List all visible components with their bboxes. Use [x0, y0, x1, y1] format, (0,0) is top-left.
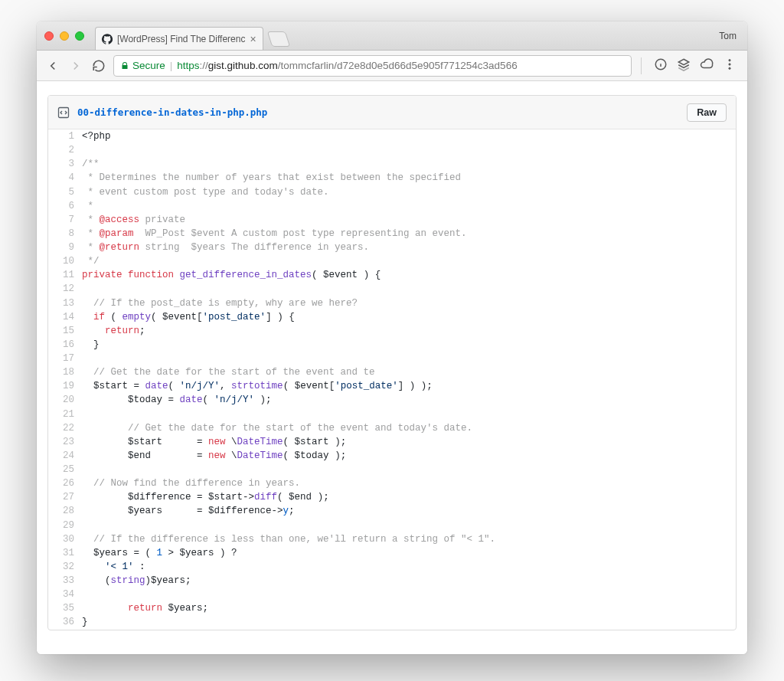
cloud-icon[interactable] — [700, 57, 714, 74]
line-number[interactable]: 13 — [48, 296, 82, 310]
line-number[interactable]: 28 — [48, 504, 82, 518]
line-content — [82, 519, 736, 532]
line-content: } — [82, 338, 736, 352]
line-number[interactable]: 30 — [48, 532, 82, 546]
line-number[interactable]: 34 — [48, 588, 82, 601]
code-line: 26 // Now find the difference in years. — [48, 476, 736, 490]
code-line: 2 — [48, 143, 736, 157]
gist-filename-link[interactable]: 00-difference-in-dates-in-php.php — [77, 106, 267, 118]
code-line: 29 — [48, 519, 736, 532]
line-number[interactable]: 14 — [48, 310, 82, 324]
line-content — [82, 588, 736, 601]
line-number[interactable]: 1 — [48, 129, 82, 143]
line-content: $end = new \DateTime( $today ); — [82, 449, 736, 463]
line-number[interactable]: 8 — [48, 227, 82, 241]
line-number[interactable]: 25 — [48, 463, 82, 476]
line-content: $start = new \DateTime( $start ); — [82, 435, 736, 449]
line-number[interactable]: 26 — [48, 476, 82, 490]
line-content: * @access private — [82, 213, 736, 227]
code-line: 6 * — [48, 199, 736, 213]
code-line: 23 $start = new \DateTime( $start ); — [48, 435, 736, 449]
line-number[interactable]: 7 — [48, 213, 82, 227]
code-line: 10 */ — [48, 254, 736, 268]
window-maximize-button[interactable] — [75, 31, 84, 41]
line-number[interactable]: 11 — [48, 268, 82, 282]
line-content: $years = $difference->y; — [82, 504, 736, 518]
info-icon[interactable] — [654, 57, 668, 74]
forward-button[interactable] — [67, 57, 84, 74]
line-number[interactable]: 12 — [48, 282, 82, 296]
code-line: 8 * @param WP_Post $event A custom post … — [48, 227, 736, 241]
gist-file-box: 00-difference-in-dates-in-php.php Raw 1<… — [47, 95, 737, 630]
line-content: $difference = $start->diff( $end ); — [82, 490, 736, 504]
browser-window: [WordPress] Find The Differenc × Tom Sec… — [37, 21, 747, 654]
line-number[interactable]: 15 — [48, 324, 82, 338]
lock-icon — [120, 61, 129, 70]
line-number[interactable]: 10 — [48, 254, 82, 268]
code-line: 20 $today = date( 'n/j/Y' ); — [48, 393, 736, 407]
line-number[interactable]: 31 — [48, 546, 82, 560]
line-content — [82, 143, 736, 157]
window-controls — [44, 31, 84, 41]
line-number[interactable]: 21 — [48, 408, 82, 421]
line-number[interactable]: 16 — [48, 338, 82, 352]
line-number[interactable]: 22 — [48, 421, 82, 435]
reload-button[interactable] — [90, 57, 107, 74]
line-number[interactable]: 17 — [48, 352, 82, 365]
line-number[interactable]: 5 — [48, 185, 82, 199]
line-number[interactable]: 3 — [48, 157, 82, 171]
line-number[interactable]: 9 — [48, 241, 82, 254]
code-file-icon — [57, 106, 70, 119]
line-content: <?php — [82, 129, 736, 143]
line-number[interactable]: 2 — [48, 143, 82, 157]
back-button[interactable] — [44, 57, 61, 74]
line-number[interactable]: 23 — [48, 435, 82, 449]
tab-close-button[interactable]: × — [250, 34, 256, 44]
raw-button[interactable]: Raw — [687, 103, 727, 122]
code-line: 33 (string)$years; — [48, 574, 736, 588]
line-number[interactable]: 20 — [48, 393, 82, 407]
page-content: 00-difference-in-dates-in-php.php Raw 1<… — [37, 81, 747, 654]
window-minimize-button[interactable] — [60, 31, 69, 41]
code-line: 22 // Get the date for the start of the … — [48, 421, 736, 435]
code-line: 27 $difference = $start->diff( $end ); — [48, 490, 736, 504]
code-line: 14 if ( empty( $event['post_date'] ) { — [48, 310, 736, 324]
line-number[interactable]: 33 — [48, 574, 82, 588]
line-content: */ — [82, 254, 736, 268]
line-number[interactable]: 6 — [48, 199, 82, 213]
svg-point-6 — [729, 67, 730, 69]
line-number[interactable]: 18 — [48, 365, 82, 379]
kebab-menu-icon[interactable] — [723, 57, 737, 74]
code-line: 28 $years = $difference->y; — [48, 504, 736, 518]
tab-title: [WordPress] Find The Differenc — [117, 34, 245, 44]
window-close-button[interactable] — [44, 31, 54, 41]
new-tab-button[interactable] — [266, 31, 289, 47]
profile-name[interactable]: Tom — [719, 31, 740, 41]
code-line: 25 — [48, 463, 736, 476]
line-content: /** — [82, 157, 736, 171]
code-line: 15 return; — [48, 324, 736, 338]
browser-tab[interactable]: [WordPress] Find The Differenc × — [95, 27, 263, 50]
code-line: 11private function get_difference_in_dat… — [48, 268, 736, 282]
secure-label: Secure — [132, 60, 165, 71]
address-bar[interactable]: Secure | https://gist.github.com/tommcfa… — [113, 55, 632, 77]
line-number[interactable]: 32 — [48, 560, 82, 574]
line-content: '< 1' : — [82, 560, 736, 574]
line-number[interactable]: 4 — [48, 171, 82, 185]
line-number[interactable]: 35 — [48, 601, 82, 615]
line-number[interactable]: 27 — [48, 490, 82, 504]
line-number[interactable]: 36 — [48, 615, 82, 629]
code-line: 7 * @access private — [48, 213, 736, 227]
code-line: 31 $years = ( 1 > $years ) ? — [48, 546, 736, 560]
line-content: private function get_difference_in_dates… — [82, 268, 736, 282]
line-number[interactable]: 29 — [48, 519, 82, 532]
code-line: 13 // If the post_date is empty, why are… — [48, 296, 736, 310]
line-number[interactable]: 19 — [48, 379, 82, 393]
line-content: // Get the date for the start of the eve… — [82, 421, 736, 435]
code-line: 19 $start = date( 'n/j/Y', strtotime( $e… — [48, 379, 736, 393]
line-content: // If the difference is less than one, w… — [82, 532, 736, 546]
url-text: https://gist.github.com/tommcfarlin/d72e… — [177, 60, 517, 71]
line-number[interactable]: 24 — [48, 449, 82, 463]
stack-icon[interactable] — [677, 57, 691, 74]
tab-strip: [WordPress] Find The Differenc × — [95, 21, 719, 50]
